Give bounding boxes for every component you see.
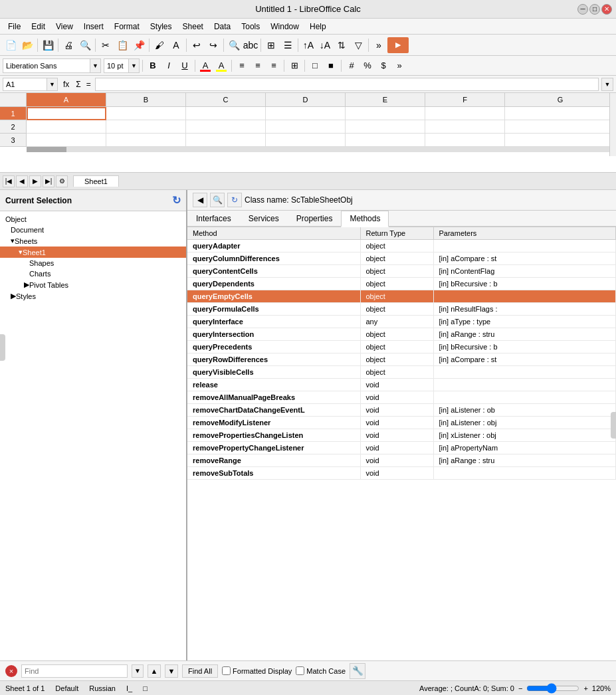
menu-tools[interactable]: Tools bbox=[236, 21, 265, 33]
v-scrollbar[interactable] bbox=[609, 93, 616, 156]
formula-expand-button[interactable]: ▼ bbox=[601, 78, 613, 91]
redo-button[interactable]: ↪ bbox=[205, 37, 221, 53]
close-button[interactable]: ✕ bbox=[601, 4, 612, 15]
h-scroll-thumb[interactable] bbox=[27, 147, 66, 152]
columns-button[interactable]: ⊞ bbox=[263, 37, 279, 53]
cell-d2[interactable] bbox=[266, 120, 346, 134]
cell-f1[interactable] bbox=[425, 107, 505, 120]
borders-button[interactable]: □ bbox=[308, 58, 322, 73]
tab-first-button[interactable]: |◀ bbox=[3, 175, 15, 187]
zoom-in-icon[interactable]: + bbox=[583, 684, 587, 692]
table-row[interactable]: queryPrecedentsobject[in] bRecursive : b bbox=[187, 341, 616, 353]
tree-item-shapes[interactable]: Shapes bbox=[0, 258, 186, 268]
cell-b3[interactable] bbox=[106, 134, 186, 147]
col-header-b[interactable]: B bbox=[106, 93, 186, 106]
tab-prev-button[interactable]: ◀ bbox=[16, 175, 28, 187]
font-name-input[interactable] bbox=[3, 59, 90, 72]
menu-insert[interactable]: Insert bbox=[78, 21, 109, 33]
align-center-button[interactable]: ≡ bbox=[251, 58, 265, 73]
table-row[interactable]: removeRangevoid[in] aRange : stru bbox=[187, 454, 616, 467]
font-size-input[interactable] bbox=[104, 59, 128, 72]
cell-a3[interactable] bbox=[27, 134, 106, 147]
spellcheck-button[interactable]: abc bbox=[243, 37, 258, 53]
find-input[interactable] bbox=[21, 664, 128, 678]
number-format-button[interactable]: # bbox=[344, 58, 359, 73]
cell-g1[interactable] bbox=[505, 107, 616, 120]
cell-d3[interactable] bbox=[266, 134, 346, 147]
find-button[interactable]: 🔍 bbox=[226, 37, 242, 53]
open-button[interactable]: 📂 bbox=[19, 37, 35, 53]
align-right-button[interactable]: ≡ bbox=[266, 58, 281, 73]
table-row[interactable]: removeChartDataChangeEventLvoid[in] aLis… bbox=[187, 404, 616, 417]
italic-button[interactable]: I bbox=[161, 58, 176, 73]
tree-item-styles[interactable]: ▶ Styles bbox=[0, 290, 186, 302]
cell-d1[interactable] bbox=[266, 107, 346, 120]
cell-c2[interactable] bbox=[186, 120, 266, 134]
cell-a1[interactable] bbox=[27, 107, 106, 120]
table-row[interactable]: queryContentCellsobject[in] nContentFlag bbox=[187, 265, 616, 278]
menu-data[interactable]: Data bbox=[209, 21, 236, 33]
tab-methods[interactable]: Methods bbox=[341, 211, 389, 227]
tree-item-sheet1[interactable]: ▾ Sheet1 bbox=[0, 247, 186, 258]
table-row[interactable]: queryAdapterobject bbox=[187, 240, 616, 252]
table-row[interactable]: removeSubTotalsvoid bbox=[187, 467, 616, 480]
menu-sheet[interactable]: Sheet bbox=[177, 21, 209, 33]
table-row[interactable]: queryRowDifferencesobject[in] aCompare :… bbox=[187, 353, 616, 366]
cell-c1[interactable] bbox=[186, 107, 266, 120]
cell-e2[interactable] bbox=[346, 120, 425, 134]
print-button[interactable]: 🖨 bbox=[60, 37, 76, 53]
new-button[interactable]: 📄 bbox=[3, 37, 19, 53]
paste-button[interactable]: 📌 bbox=[131, 37, 147, 53]
table-row[interactable]: removePropertiesChangeListenvoid[in] xLi… bbox=[187, 429, 616, 442]
find-all-button[interactable]: Find All bbox=[182, 664, 218, 678]
table-row[interactable]: queryEmptyCellsobject bbox=[187, 290, 616, 303]
cell-g2[interactable] bbox=[505, 120, 616, 134]
menu-view[interactable]: View bbox=[51, 21, 78, 33]
cell-g3[interactable] bbox=[505, 134, 616, 147]
back-button[interactable]: ◀ bbox=[193, 193, 207, 207]
col-header-f[interactable]: F bbox=[425, 93, 505, 106]
more-button[interactable]: » bbox=[371, 37, 387, 53]
match-case-checkbox[interactable] bbox=[296, 666, 304, 675]
table-row[interactable]: queryInterfaceany[in] aType : type bbox=[187, 316, 616, 328]
currency-button[interactable]: $ bbox=[376, 58, 391, 73]
search-icon-button[interactable]: 🔍 bbox=[210, 193, 225, 207]
copy-button[interactable]: 📋 bbox=[114, 37, 130, 53]
menu-edit[interactable]: Edit bbox=[26, 21, 51, 33]
right-expand-handle[interactable] bbox=[611, 412, 616, 439]
table-row[interactable]: removeModifyListenervoid[in] aListener :… bbox=[187, 417, 616, 429]
menu-format[interactable]: Format bbox=[109, 21, 145, 33]
format-button[interactable]: A bbox=[168, 37, 184, 53]
tree-item-document[interactable]: Document bbox=[0, 225, 186, 235]
col-header-e[interactable]: E bbox=[346, 93, 425, 106]
formula-input[interactable] bbox=[95, 78, 599, 91]
bg-color-button[interactable]: ■ bbox=[324, 58, 338, 73]
cell-a2[interactable] bbox=[27, 120, 106, 134]
preview-button[interactable]: 🔍 bbox=[77, 37, 93, 53]
cell-e1[interactable] bbox=[346, 107, 425, 120]
tab-interfaces[interactable]: Interfaces bbox=[187, 211, 240, 226]
tab-services[interactable]: Services bbox=[240, 211, 288, 226]
percent-button[interactable]: % bbox=[360, 58, 375, 73]
tab-last-button[interactable]: ▶| bbox=[43, 175, 54, 187]
col-header-a[interactable]: A bbox=[27, 93, 106, 106]
left-expand-handle[interactable] bbox=[0, 334, 5, 361]
forward-button[interactable]: ↻ bbox=[227, 193, 242, 207]
find-next-button[interactable]: ▼ bbox=[165, 664, 178, 678]
col-header-c[interactable]: C bbox=[186, 93, 266, 106]
rows-button[interactable]: ☰ bbox=[280, 37, 296, 53]
bold-button[interactable]: B bbox=[146, 58, 160, 73]
save-button[interactable]: 💾 bbox=[40, 37, 56, 53]
macro-button[interactable]: ▶ bbox=[387, 37, 409, 53]
cell-e3[interactable] bbox=[346, 134, 425, 147]
tree-item-sheets[interactable]: ▾ Sheets bbox=[0, 235, 186, 247]
formatted-display-checkbox[interactable] bbox=[222, 666, 231, 675]
clone-button[interactable]: 🖌 bbox=[152, 37, 167, 53]
col-header-d[interactable]: D bbox=[266, 93, 346, 106]
table-row[interactable]: releasevoid bbox=[187, 379, 616, 391]
find-close-button[interactable]: × bbox=[5, 665, 17, 677]
cell-b2[interactable] bbox=[106, 120, 186, 134]
cell-b1[interactable] bbox=[106, 107, 186, 120]
font-name-dropdown[interactable]: ▼ bbox=[90, 59, 100, 72]
zoom-slider[interactable] bbox=[526, 683, 579, 694]
